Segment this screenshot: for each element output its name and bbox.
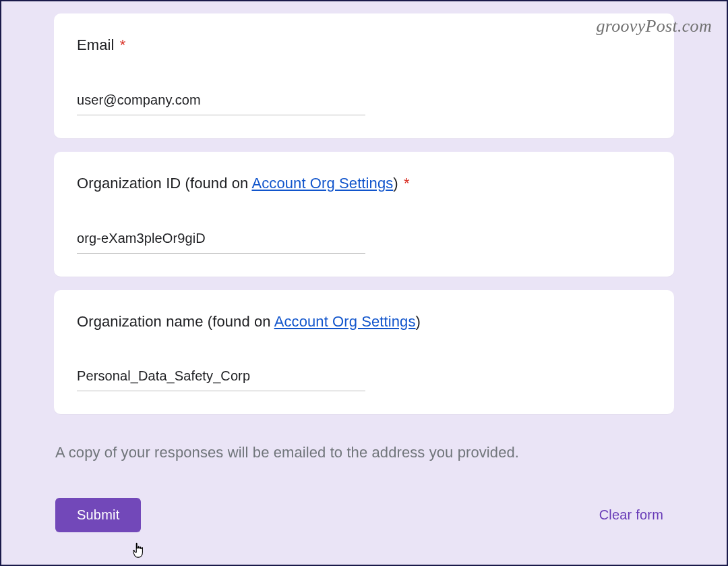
required-asterisk: * [120, 36, 126, 53]
org-id-input[interactable] [77, 227, 365, 254]
org-name-label: Organization name (found on Account Org … [77, 312, 651, 333]
email-label: Email * [77, 35, 651, 56]
org-id-label-before: Organization ID (found on [77, 175, 251, 192]
submit-button[interactable]: Submit [55, 498, 141, 532]
clear-form-link[interactable]: Clear form [599, 507, 673, 523]
org-id-label: Organization ID (found on Account Org Se… [77, 173, 651, 194]
org-name-settings-link[interactable]: Account Org Settings [274, 313, 416, 330]
email-label-text: Email [77, 36, 115, 53]
form-actions: Submit Clear form [54, 498, 674, 532]
card-org-id: Organization ID (found on Account Org Se… [54, 152, 674, 277]
org-id-label-after: ) [393, 175, 398, 192]
org-name-input[interactable] [77, 364, 365, 391]
email-copy-disclosure: A copy of your responses will be emailed… [55, 444, 674, 461]
card-org-name: Organization name (found on Account Org … [54, 290, 674, 415]
org-id-settings-link[interactable]: Account Org Settings [251, 175, 393, 192]
org-name-label-after: ) [416, 313, 421, 330]
required-asterisk: * [404, 175, 410, 192]
org-name-label-before: Organization name (found on [77, 313, 274, 330]
card-email: Email * [54, 13, 674, 138]
form-container: Email * Organization ID (found on Accoun… [1, 1, 727, 532]
pointer-cursor-icon [131, 542, 146, 559]
email-input[interactable] [77, 88, 365, 115]
